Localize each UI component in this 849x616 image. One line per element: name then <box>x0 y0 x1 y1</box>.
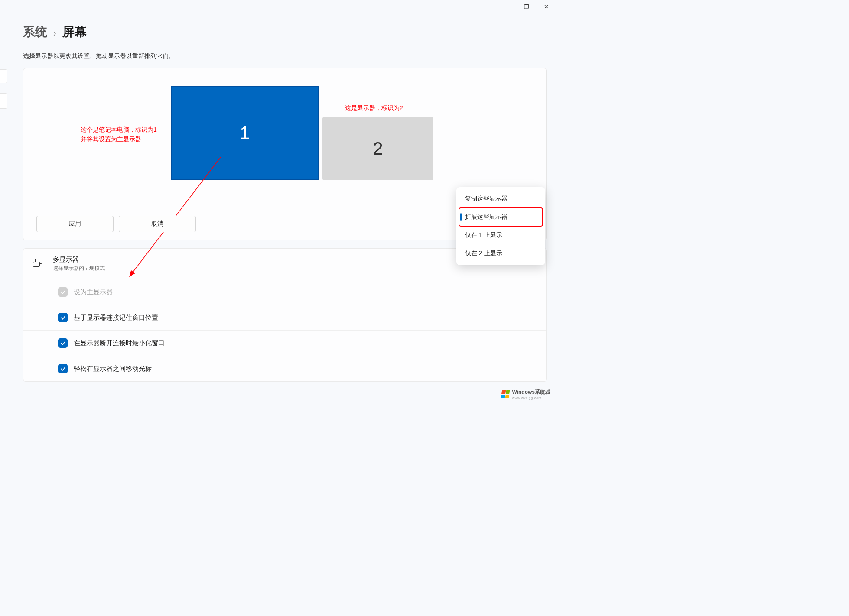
menu-item-show-only-1[interactable]: 仅在 1 上显示 <box>459 226 543 244</box>
page-description: 选择显示器以更改其设置。拖动显示器以重新排列它们。 <box>23 52 555 60</box>
checkbox-minimize-disconnect[interactable] <box>58 338 68 348</box>
panel-subtitle: 选择显示器的呈现模式 <box>53 265 105 272</box>
breadcrumb: 系统 › 屏幕 <box>23 24 555 40</box>
option-ease-cursor-move[interactable]: 轻松在显示器之间移动光标 <box>23 356 546 381</box>
display-mode-dropdown[interactable]: 复制这些显示器 扩展这些显示器 仅在 1 上显示 仅在 2 上显示 <box>456 187 545 265</box>
option-minimize-on-disconnect[interactable]: 在显示器断开连接时最小化窗口 <box>23 330 546 356</box>
close-window-icon[interactable]: ✕ <box>541 2 551 12</box>
menu-item-duplicate[interactable]: 复制这些显示器 <box>459 190 543 208</box>
displays-icon <box>33 259 43 269</box>
monitor-stage[interactable]: 这个是笔记本电脑，标识为1 并将其设置为主显示器 这是显示器，标识为2 1 2 <box>36 86 533 198</box>
restore-window-icon[interactable]: ❐ <box>521 2 532 12</box>
chevron-right-icon: › <box>53 28 56 38</box>
option-label: 在显示器断开连接时最小化窗口 <box>74 339 165 347</box>
option-remember-window-position[interactable]: 基于显示器连接记住窗口位置 <box>23 305 546 330</box>
menu-item-extend[interactable]: 扩展这些显示器 <box>459 208 543 226</box>
checkbox-remember-window[interactable] <box>58 313 68 322</box>
breadcrumb-parent[interactable]: 系统 <box>23 24 47 40</box>
cancel-button[interactable]: 取消 <box>119 216 196 232</box>
monitor-1[interactable]: 1 <box>171 86 319 180</box>
option-label: 轻松在显示器之间移动光标 <box>74 365 152 373</box>
multi-display-panel: 多显示器 选择显示器的呈现模式 设为主显示器 基于显示器连接记住窗口位置 在显示… <box>23 248 547 382</box>
watermark-title: Windows系统城 <box>512 389 550 396</box>
monitor-2[interactable]: 2 <box>322 117 433 180</box>
sidebar-stub <box>0 93 7 109</box>
sidebar-stub <box>0 69 7 83</box>
panel-title: 多显示器 <box>53 256 105 264</box>
annotation-primary: 这个是笔记本电脑，标识为1 并将其设置为主显示器 <box>81 125 157 144</box>
checkbox-ease-cursor[interactable] <box>58 364 68 373</box>
apply-button[interactable]: 应用 <box>36 216 114 232</box>
option-label: 设为主显示器 <box>74 288 113 296</box>
watermark: Windows系统城 www.wxclgg.com <box>501 389 550 400</box>
page-title: 屏幕 <box>62 24 87 40</box>
windows-logo-icon <box>501 390 510 398</box>
checkbox-make-main <box>58 287 68 297</box>
menu-item-show-only-2[interactable]: 仅在 2 上显示 <box>459 244 543 263</box>
watermark-url: www.wxclgg.com <box>512 396 550 400</box>
option-make-main-display: 设为主显示器 <box>23 279 546 305</box>
option-label: 基于显示器连接记住窗口位置 <box>74 314 158 322</box>
annotation-secondary: 这是显示器，标识为2 <box>345 103 403 113</box>
